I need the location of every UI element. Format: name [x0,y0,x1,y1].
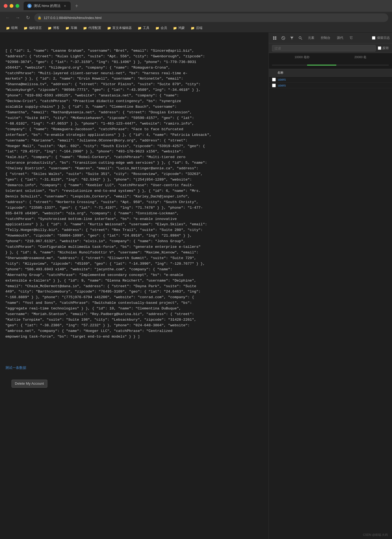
folder-icon-3: 📁 [48,26,52,30]
bookmark-item-editor[interactable]: 📁 富文本编辑器 [105,25,134,31]
browser-chrome: ⊕ 测试 htmx 的用法 ✕ + ← → ↻ 🔒 127.0.0.1:8848… [0,0,392,33]
json-content: [ { "id": 1, "name": "Leanne Graham", "u… [5,48,263,340]
folder-icon-1: 📁 [6,26,10,30]
bookmark-item-programming[interactable]: 📁 编程语言 [21,25,44,31]
entry-checkbox-0[interactable] [272,78,276,81]
bookmark-label-1: 暗网 [11,26,18,30]
preserve-log-checkbox[interactable] [372,36,375,40]
tab-title: 测试 htmx 的用法 [34,3,61,8]
folder-icon-2: 📁 [24,26,28,30]
bookmark-label-5: 代理配置 [88,26,101,30]
network-column-headers: 名称 [269,69,392,77]
timeline-labels: 10000 毫秒 20000 毫 [269,55,392,59]
back-button[interactable]: ← [4,14,11,21]
bookmark-item-tools[interactable]: 📁 工具 [135,25,152,31]
close-button[interactable] [4,4,7,8]
timeline-label-1: 10000 毫秒 [295,55,310,59]
bookmark-label-10: 后端 [196,26,202,30]
network-entry-0[interactable]: users [269,77,392,83]
reverse-label: 反转 [382,46,389,50]
svg-point-7 [299,36,301,39]
tab-close-button[interactable]: ✕ [63,4,67,8]
url-text: 127.0.0.1:8848/htmls/htmx/index.html [44,16,101,20]
devtools-tab-sources[interactable]: 源代 [334,34,346,42]
svg-line-5 [282,37,284,39]
timeline-bar [307,65,336,66]
bookmark-label-6: 富文本编辑器 [112,26,132,30]
bookmark-label-4: 车辆 [71,26,77,30]
footer-attribution: CSDN @前端.火鸡 [363,532,388,537]
title-bar: ⊕ 测试 htmx 的用法 ✕ + [0,0,392,12]
filter-input[interactable] [272,45,376,51]
devtools-tab-console[interactable]: 控制台 [318,34,333,42]
bookmark-item-hongmeng[interactable]: 📁 鸿蒙 [171,25,187,31]
bookmark-label-8: 会员 [161,26,167,30]
folder-icon-9: 📁 [173,26,177,30]
folder-icon-7: 📁 [138,26,142,30]
attribution-text: CSDN @前端.火鸡 [363,533,388,536]
maximize-button[interactable] [16,4,19,8]
name-col-header: 名称 [277,71,283,75]
svg-rect-2 [273,38,274,40]
filter-icon[interactable] [288,34,296,42]
folder-icon-5: 📁 [83,26,87,30]
network-entries-list: users users [269,77,392,539]
address-bar-row: ← → ↻ 🔒 127.0.0.1:8848/htmls/htmx/index.… [0,12,392,24]
network-entry-1[interactable]: users [269,83,392,88]
tab-bar: ⊕ 测试 htmx 的用法 ✕ + [24,2,388,10]
bookmark-label-7: 工具 [143,26,149,30]
devtools-panel: 元素 控制台 源代 它 保留日志 反转 10000 毫秒 20000 毫 [269,33,392,539]
page-content: [ { "id": 1, "name": "Leanne Graham", "u… [0,33,269,539]
devtools-toolbar: 元素 控制台 源代 它 保留日志 [269,33,392,43]
bookmark-item-backend[interactable]: 📁 后端 [189,25,205,31]
bookmark-item-darkweb[interactable]: 📁 暗网 [4,25,20,31]
lock-icon: 🔒 [37,16,42,20]
bookmark-label-3: 博客 [53,26,59,30]
svg-rect-3 [275,38,276,40]
bookmark-label-9: 鸿蒙 [178,26,185,30]
folder-icon-8: 📁 [155,26,159,30]
bookmark-item-blog[interactable]: 📁 博客 [46,25,62,31]
timeline-area: 10000 毫秒 20000 毫 [269,53,392,69]
traffic-lights [4,4,19,8]
record-icon[interactable] [271,34,278,42]
devtools-filter-bar: 反转 [269,43,392,53]
minimize-button[interactable] [10,4,13,8]
forward-button[interactable]: → [14,14,21,21]
reverse-checkbox-row: 反转 [378,46,389,50]
reload-button[interactable]: ↻ [24,14,32,21]
timeline-track [272,65,389,66]
folder-icon-6: 📁 [107,26,111,30]
devtools-tab-overflow: 它 [347,34,356,42]
active-tab[interactable]: ⊕ 测试 htmx 的用法 ✕ [24,2,71,10]
search-icon[interactable] [297,34,304,42]
clear-icon[interactable] [280,34,287,42]
bookmark-item-proxy[interactable]: 📁 代理配置 [81,25,103,31]
main-area: [ { "id": 1, "name": "Leanne Graham", "u… [0,33,392,539]
bookmarks-bar: 📁 暗网 📁 编程语言 📁 博客 📁 车辆 📁 代理配置 📁 富文本编辑器 📁 … [0,24,392,33]
entry-name-0: users [278,78,389,81]
svg-line-8 [301,39,302,40]
delete-account-button[interactable]: Delete My Account [12,380,47,388]
devtools-tab-elements[interactable]: 元素 [305,34,317,42]
svg-rect-0 [273,36,274,38]
entry-checkbox-1[interactable] [272,84,276,87]
test-data-link[interactable]: 测试一条数据 [5,365,263,370]
preserve-log-checkbox-row: 保留日志 [372,36,390,40]
timeline-label-2: 20000 毫 [354,55,366,59]
reverse-checkbox[interactable] [378,46,381,50]
address-bar[interactable]: 🔒 127.0.0.1:8848/htmls/htmx/index.html [34,13,388,22]
tab-favicon: ⊕ [27,4,32,8]
bookmark-label-2: 编程语言 [29,26,42,30]
entry-name-1: users [278,84,389,87]
svg-rect-1 [275,36,276,38]
preserve-log-label: 保留日志 [377,36,390,40]
bookmark-item-member[interactable]: 📁 会员 [153,25,169,31]
folder-icon-4: 📁 [65,26,69,30]
bookmark-item-vehicle[interactable]: 📁 车辆 [63,25,79,31]
folder-icon-10: 📁 [191,26,195,30]
new-tab-button[interactable]: + [73,2,80,10]
svg-marker-6 [290,37,293,39]
